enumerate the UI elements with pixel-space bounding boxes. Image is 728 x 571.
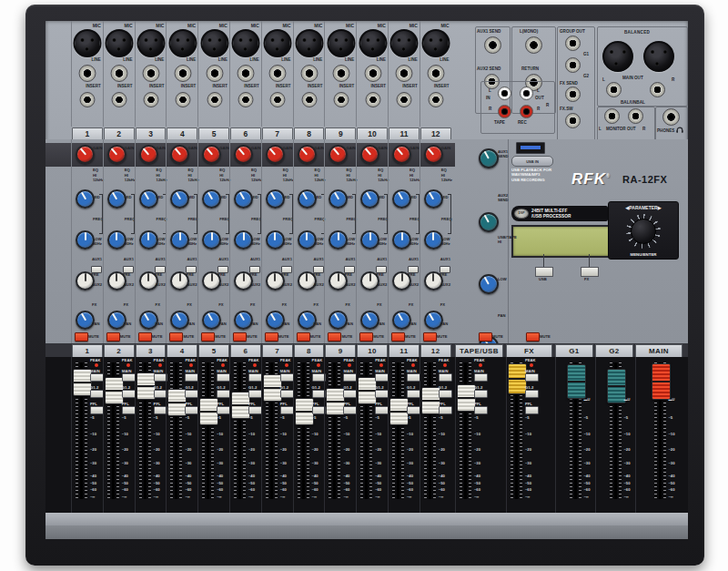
g1-fader-cap[interactable] [567, 364, 586, 399]
channel-10-mute-button[interactable] [359, 332, 373, 342]
channel-8-gain-knob[interactable] [298, 145, 317, 164]
channel-2-mute-button[interactable] [106, 332, 120, 342]
channel-10-gain-knob[interactable] [360, 145, 379, 164]
channel-12-mute-button[interactable] [423, 332, 437, 342]
channel-2-gain-knob[interactable] [107, 145, 126, 164]
channel-3-mid-eq-knob[interactable] [139, 230, 158, 250]
channel-8-fader-cap[interactable] [295, 398, 314, 425]
channel-6-fader-g12-button[interactable] [248, 390, 262, 398]
channel-11-mute-button[interactable] [391, 332, 405, 342]
channel-1-mute-button[interactable] [75, 332, 88, 342]
channel-4-low-eq-knob[interactable] [170, 311, 189, 330]
channel-9-hi-eq-knob[interactable] [329, 189, 348, 209]
channel-10-fader-pfl-button[interactable] [375, 406, 389, 414]
channel-1-fader-g12-button[interactable] [90, 390, 104, 398]
channel-9-mute-button[interactable] [328, 332, 341, 342]
channel-2-fader-main-button[interactable] [122, 373, 136, 382]
channel-1-fader-main-button[interactable] [90, 373, 104, 382]
channel-4-fader-pfl-button[interactable] [185, 406, 198, 414]
channel-7-mid-eq-knob[interactable] [266, 230, 285, 250]
channel-12-fader-g12-button[interactable] [439, 390, 452, 398]
channel-2-low-eq-knob[interactable] [107, 311, 126, 330]
channel-1-gain-knob[interactable] [76, 145, 95, 164]
channel-6-low-eq-knob[interactable] [234, 311, 253, 330]
channel-10-mid-eq-knob[interactable] [360, 230, 379, 250]
tape-usb-mute-button[interactable] [479, 332, 492, 342]
channel-5-low-eq-knob[interactable] [202, 311, 221, 330]
channel-6-fader-pfl-button[interactable] [248, 406, 262, 414]
channel-3-fader-main-button[interactable] [154, 373, 167, 382]
channel-6-hi-eq-knob[interactable] [234, 189, 253, 209]
channel-11-gain-knob[interactable] [392, 145, 411, 164]
channel-9-mid-eq-knob[interactable] [329, 230, 348, 250]
channel-4-hi-eq-knob[interactable] [170, 189, 189, 209]
channel-3-mute-button[interactable] [138, 332, 152, 342]
main-fader-cap[interactable] [652, 363, 671, 400]
tape-usb-fader-pfl-button[interactable] [474, 406, 488, 414]
tape-usb-aux2-send-knob[interactable] [479, 212, 499, 232]
channel-10-low-eq-knob[interactable] [360, 311, 379, 330]
channel-10-fader-cap[interactable] [358, 377, 377, 404]
channel-3-fader-cap[interactable] [136, 372, 156, 400]
channel-4-mid-eq-knob[interactable] [170, 230, 189, 250]
channel-7-fader-main-button[interactable] [280, 373, 294, 382]
channel-7-fader-cap[interactable] [263, 374, 282, 402]
channel-12-fader-main-button[interactable] [439, 373, 452, 382]
menu-enter-knob[interactable] [626, 214, 661, 249]
channel-12-gain-knob[interactable] [424, 145, 443, 164]
tape-usb-aux1-send-knob[interactable] [479, 148, 499, 168]
channel-5-hi-eq-knob[interactable] [202, 189, 221, 209]
channel-7-hi-eq-knob[interactable] [266, 189, 285, 209]
channel-12-mid-eq-knob[interactable] [424, 230, 443, 250]
channel-9-fader-pfl-button[interactable] [343, 406, 357, 414]
channel-10-fader-main-button[interactable] [375, 373, 389, 382]
fx-fader-pfl-button[interactable] [525, 406, 539, 414]
g2-fader-cap[interactable] [607, 369, 626, 403]
channel-8-mute-button[interactable] [297, 332, 310, 342]
channel-9-gain-knob[interactable] [329, 145, 348, 164]
channel-11-fader-g12-button[interactable] [407, 390, 420, 398]
channel-5-mute-button[interactable] [201, 332, 215, 342]
channel-9-low-eq-knob[interactable] [329, 311, 348, 330]
channel-11-fader-main-button[interactable] [407, 373, 420, 382]
channel-4-mute-button[interactable] [169, 332, 183, 342]
channel-9-fader-cap[interactable] [326, 388, 345, 415]
tape-usb-fader-g12-button[interactable] [474, 390, 488, 398]
channel-6-mute-button[interactable] [233, 332, 247, 342]
channel-3-fader-g12-button[interactable] [154, 390, 167, 398]
channel-2-mid-eq-knob[interactable] [107, 230, 126, 250]
channel-12-fader-pfl-button[interactable] [439, 406, 452, 414]
channel-8-hi-eq-knob[interactable] [298, 189, 317, 209]
channel-12-low-eq-knob[interactable] [424, 311, 443, 330]
fx-fader-main-button[interactable] [525, 373, 539, 382]
channel-5-fader-cap[interactable] [199, 398, 218, 425]
channel-8-mid-eq-knob[interactable] [298, 230, 317, 250]
lcd-usb-button[interactable] [535, 267, 553, 277]
channel-3-low-eq-knob[interactable] [139, 311, 158, 330]
lcd-fx-button[interactable] [581, 267, 599, 277]
channel-6-mid-eq-knob[interactable] [234, 230, 253, 250]
channel-2-hi-eq-knob[interactable] [107, 189, 126, 209]
channel-11-hi-eq-knob[interactable] [392, 189, 411, 209]
channel-7-fader-g12-button[interactable] [280, 390, 294, 398]
channel-2-fader-pfl-button[interactable] [122, 406, 136, 414]
channel-6-gain-knob[interactable] [234, 145, 253, 164]
channel-1-low-eq-knob[interactable] [76, 311, 95, 330]
fx-fader-cap[interactable] [508, 363, 527, 394]
channel-9-fader-main-button[interactable] [343, 373, 357, 382]
channel-1-fader-pfl-button[interactable] [90, 406, 104, 414]
channel-11-mid-eq-knob[interactable] [392, 230, 411, 250]
channel-1-fader-cap[interactable] [73, 369, 92, 396]
fx-fader-g12-button[interactable] [525, 390, 539, 398]
channel-8-fader-g12-button[interactable] [312, 390, 326, 398]
tape-usb-fader-main-button[interactable] [474, 373, 488, 382]
fx-mute-button[interactable] [526, 332, 540, 342]
channel-11-fader-pfl-button[interactable] [407, 406, 420, 414]
channel-8-fader-main-button[interactable] [312, 373, 326, 382]
channel-5-fader-main-button[interactable] [217, 373, 230, 382]
channel-6-fader-main-button[interactable] [248, 373, 262, 382]
channel-4-gain-knob[interactable] [170, 145, 189, 164]
channel-4-fader-g12-button[interactable] [185, 390, 198, 398]
channel-5-mid-eq-knob[interactable] [202, 230, 221, 250]
channel-12-fader-cap[interactable] [421, 387, 440, 414]
